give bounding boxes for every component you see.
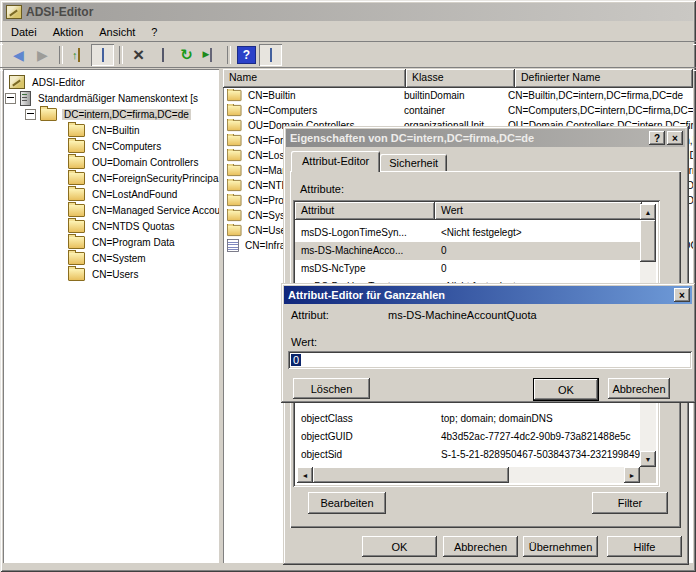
- scrollbar-corner: [640, 467, 656, 483]
- list-item-icon: [227, 165, 241, 176]
- adsi-editor-window: ADSI-Editor DateiAktionAnsicht? ? ADSI-E…: [0, 0, 696, 572]
- integer-editor-title: Attribut-Editor für Ganzzahlen: [288, 289, 445, 301]
- bearbeiten-button[interactable]: Bearbeiten: [308, 492, 386, 514]
- tree-expander-minus[interactable]: [25, 109, 36, 120]
- uebernehmen-button[interactable]: Übernehmen: [523, 536, 598, 557]
- tree-item-icon: [68, 156, 85, 169]
- back-icon: [13, 47, 24, 63]
- attribute-grid-header: Attribut Wert: [295, 202, 642, 220]
- ok-button[interactable]: OK: [533, 378, 599, 401]
- back-button[interactable]: [7, 44, 30, 66]
- scroll-left-icon[interactable]: ◄: [297, 467, 313, 483]
- wert-input-value: 0: [291, 354, 301, 366]
- tree-item-icon: [68, 252, 85, 265]
- tree-item[interactable]: OU=Domain Controllers: [3, 154, 219, 170]
- show-console-tree-button[interactable]: [91, 44, 114, 66]
- column-header-attribut[interactable]: Attribut: [295, 202, 435, 220]
- new-window-button[interactable]: [259, 44, 282, 66]
- list-item-icon: [227, 225, 241, 236]
- list-row[interactable]: CN=Computers container CN=Computers,DC=i…: [223, 103, 693, 118]
- help-button[interactable]: ?: [235, 44, 258, 66]
- scroll-right-icon[interactable]: ►: [624, 467, 640, 483]
- attribute-row[interactable]: msDS-LogonTimeSyn... <Nicht festgelegt>: [295, 224, 642, 242]
- list-item-icon: [227, 195, 241, 206]
- column-header-klasse[interactable]: Klasse: [406, 69, 515, 88]
- tree-item-icon: [68, 236, 85, 249]
- attribut-value: ms-DS-MachineAccountQuota: [388, 309, 537, 321]
- attribute-row[interactable]: msDS-NcType 0: [295, 260, 642, 278]
- horizontal-scroll-thumb[interactable]: [313, 467, 509, 483]
- list-header: Name Klasse Definierter Name: [223, 69, 693, 88]
- up-one-level-button[interactable]: [67, 44, 90, 66]
- menu-item[interactable]: Ansicht: [91, 24, 143, 40]
- tree-item[interactable]: CN=Program Data: [3, 234, 219, 250]
- tree-item-icon: [68, 172, 85, 185]
- column-header-definierter-name[interactable]: Definierter Name: [515, 69, 693, 88]
- column-header-name[interactable]: Name: [223, 69, 406, 88]
- vertical-scroll-thumb[interactable]: [640, 220, 656, 262]
- properties-dialog-titlebar[interactable]: Eigenschaften von DC=intern,DC=firma,DC=…: [286, 129, 685, 147]
- wert-input[interactable]: 0: [288, 351, 692, 369]
- integer-editor-titlebar[interactable]: Attribut-Editor für Ganzzahlen: [284, 286, 692, 304]
- delete-icon: [133, 47, 144, 63]
- export-list-icon: [210, 49, 212, 61]
- dialog-close-icon[interactable]: ×: [667, 131, 683, 145]
- forward-button[interactable]: [31, 44, 54, 66]
- toolbar-separator: [227, 46, 231, 64]
- tree-item-icon: [9, 75, 25, 89]
- ok-button[interactable]: OK: [362, 536, 437, 557]
- abbrechen-button[interactable]: Abbrechen: [443, 536, 518, 557]
- tree-item[interactable]: CN=ForeignSecurityPrincipa: [3, 170, 219, 186]
- dialog-help-icon[interactable]: ?: [649, 131, 665, 145]
- show-console-tree-icon: [102, 49, 104, 61]
- attribute-row[interactable]: ms-DS-MachineAcco... 0: [295, 242, 642, 260]
- properties-icon: [162, 49, 164, 61]
- tree-item[interactable]: CN=System: [3, 250, 219, 266]
- tree-item[interactable]: CN=NTDS Quotas: [3, 218, 219, 234]
- close-icon[interactable]: ×: [674, 288, 690, 302]
- list-item-icon: [227, 239, 239, 252]
- tree-item[interactable]: ADSI-Editor: [3, 74, 219, 90]
- delete-button[interactable]: [127, 44, 150, 66]
- scroll-up-icon[interactable]: ▲: [640, 204, 656, 220]
- tree-item[interactable]: Standardmäßiger Namenskontext [s: [3, 90, 219, 106]
- list-item-icon: [227, 135, 241, 146]
- tab[interactable]: Sicherheit: [380, 154, 447, 172]
- list-item-icon: [227, 90, 241, 101]
- attribute-row[interactable]: objectGUID 4b3d52ac-7727-4dc2-90b9-73a82…: [295, 428, 642, 446]
- menubar: DateiAktionAnsicht?: [3, 23, 693, 41]
- list-item-icon: [227, 210, 241, 221]
- window-titlebar[interactable]: ADSI-Editor: [3, 3, 693, 21]
- column-header-wert[interactable]: Wert: [435, 202, 642, 220]
- window-title: ADSI-Editor: [26, 5, 93, 19]
- menu-item[interactable]: Datei: [3, 24, 45, 40]
- tree-item[interactable]: CN=Builtin: [3, 122, 219, 138]
- tree-item-icon: [40, 108, 57, 121]
- refresh-button[interactable]: [175, 44, 198, 66]
- tree-item[interactable]: CN=Computers: [3, 138, 219, 154]
- tree-item[interactable]: DC=intern,DC=firma,DC=de: [3, 106, 219, 122]
- abbrechen-button[interactable]: Abbrechen: [608, 378, 670, 399]
- menu-item[interactable]: ?: [143, 24, 165, 40]
- list-item-icon: [227, 105, 241, 116]
- tab[interactable]: Attribut-Editor: [291, 151, 380, 172]
- loeschen-button[interactable]: Löschen: [293, 378, 370, 399]
- export-list-button[interactable]: [199, 44, 222, 66]
- new-window-icon: [270, 49, 272, 61]
- filter-button[interactable]: Filter: [592, 492, 668, 514]
- tab-strip: Attribut-EditorSicherheit: [291, 151, 447, 172]
- menu-item[interactable]: Aktion: [45, 24, 92, 40]
- horizontal-scrollbar[interactable]: ◄ ►: [297, 467, 640, 483]
- properties-button[interactable]: [151, 44, 174, 66]
- attribute-row[interactable]: objectSid S-1-5-21-828950467-503843734-2…: [295, 446, 642, 464]
- list-row[interactable]: CN=Builtin builtinDomain CN=Builtin,DC=i…: [223, 88, 693, 103]
- tree-expander-minus[interactable]: [5, 93, 16, 104]
- tree-item[interactable]: CN=Managed Service Accou: [3, 202, 219, 218]
- scroll-down-icon[interactable]: ▼: [640, 451, 656, 467]
- list-item-icon: [227, 180, 241, 191]
- attribute-row[interactable]: objectClass top; domain; domainDNS: [295, 410, 642, 428]
- hilfe-button[interactable]: Hilfe: [607, 536, 682, 557]
- tree-item-icon: [68, 220, 85, 233]
- tree-item[interactable]: CN=LostAndFound: [3, 186, 219, 202]
- tree-item[interactable]: CN=Users: [3, 266, 219, 282]
